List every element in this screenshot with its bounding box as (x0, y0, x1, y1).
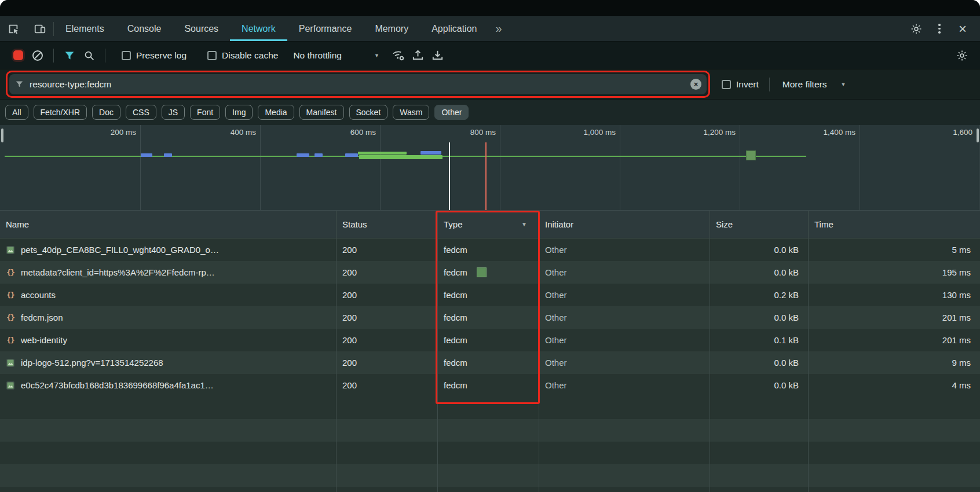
divider (769, 78, 770, 91)
search-icon[interactable] (79, 46, 99, 65)
preserve-log-checkbox[interactable] (122, 51, 131, 60)
chip-media[interactable]: Media (258, 105, 294, 120)
chip-socket[interactable]: Socket (349, 105, 388, 120)
tab-bar-right-controls: × (905, 16, 980, 41)
clear-filter-icon[interactable]: × (690, 79, 701, 90)
waterfall-bar (345, 153, 358, 157)
preserve-log-control[interactable]: Preserve log (122, 50, 187, 61)
column-header-time[interactable]: Time (808, 211, 980, 238)
tab-console[interactable]: Console (116, 16, 173, 41)
request-initiator: Other (539, 329, 710, 351)
request-type: fedcm (437, 351, 539, 374)
chip-css[interactable]: CSS (126, 105, 156, 120)
tab-sources[interactable]: Sources (173, 16, 230, 41)
more-filters-dropdown[interactable]: More filters ▼ (782, 79, 846, 90)
json-file-icon (5, 313, 16, 323)
table-row[interactable]: pets_40dp_CEA8BC_FILL0_wght400_GRAD0_o… … (0, 238, 980, 261)
table-row[interactable]: e0c52c473bfcdb168d3b183699668f96a4fa1ac1… (0, 374, 980, 396)
close-devtools-icon[interactable]: × (951, 16, 974, 41)
request-name-text: metadata?client_id=https%3A%2F%2Ffedcm-r… (21, 267, 215, 277)
kebab-menu-icon[interactable] (928, 16, 951, 41)
domcontentloaded-event-line (449, 142, 450, 211)
waterfall-bar (164, 153, 172, 157)
request-name-text: fedcm.json (21, 313, 63, 322)
chip-doc[interactable]: Doc (92, 105, 120, 120)
request-size: 0.0 kB (710, 351, 808, 374)
table-row[interactable]: accounts 200 fedcm Other 0.2 kB 130 ms (0, 284, 980, 306)
throttling-select[interactable]: No throttling ▼ (293, 50, 379, 61)
preserve-log-label: Preserve log (136, 50, 187, 61)
gridline (500, 125, 500, 211)
chip-js[interactable]: JS (162, 105, 185, 120)
gridline (620, 125, 620, 211)
image-file-icon (5, 358, 16, 368)
chip-all[interactable]: All (5, 105, 28, 120)
request-time: 201 ms (808, 306, 980, 329)
filter-toggle-icon[interactable] (60, 46, 79, 65)
device-toolbar-icon[interactable] (27, 16, 53, 41)
chip-font[interactable]: Font (190, 105, 220, 120)
clear-network-log-icon[interactable] (28, 46, 47, 65)
more-tabs-icon[interactable]: » (488, 16, 509, 41)
settings-gear-icon[interactable] (905, 16, 928, 41)
overview-left-grip[interactable] (1, 128, 3, 142)
tab-elements[interactable]: Elements (54, 16, 116, 41)
chip-wasm[interactable]: Wasm (393, 105, 429, 120)
tab-network[interactable]: Network (230, 16, 287, 41)
gridline (140, 125, 141, 211)
tick-label: 1,200 ms (703, 128, 740, 137)
request-type: fedcm (437, 284, 539, 306)
network-settings-gear-icon[interactable] (952, 46, 972, 65)
request-name-text: pets_40dp_CEA8BC_FILL0_wght400_GRAD0_o… (21, 245, 219, 255)
column-header-initiator[interactable]: Initiator (539, 211, 710, 238)
network-overview-timeline[interactable]: 200 ms 400 ms 600 ms 800 ms 1,000 ms 1,2… (0, 125, 980, 211)
invert-filter-control[interactable]: Invert (722, 79, 759, 90)
column-header-size[interactable]: Size (710, 211, 808, 238)
column-header-status[interactable]: Status (336, 211, 437, 238)
request-name: e0c52c473bfcdb168d3b183699668f96a4fa1ac1… (0, 374, 336, 396)
chip-other[interactable]: Other (434, 105, 469, 120)
request-status: 200 (336, 329, 437, 351)
tab-application[interactable]: Application (420, 16, 488, 41)
request-type: fedcm (437, 306, 539, 329)
request-time: 195 ms (808, 261, 980, 284)
network-conditions-icon[interactable] (389, 46, 408, 65)
tick-label: 1,000 ms (583, 128, 620, 137)
column-header-name[interactable]: Name (0, 211, 336, 238)
inspect-element-icon[interactable] (0, 16, 27, 41)
chip-manifest[interactable]: Manifest (299, 105, 344, 120)
request-name: idp-logo-512.png?v=1713514252268 (0, 351, 336, 374)
waterfall-marker (746, 150, 756, 160)
request-initiator: Other (539, 374, 710, 396)
gridline (860, 125, 860, 211)
record-network-log-button[interactable] (8, 46, 28, 65)
import-har-icon[interactable] (408, 46, 428, 65)
table-row[interactable]: fedcm.json 200 fedcm Other 0.0 kB 201 ms (0, 306, 980, 329)
overview-right-grip[interactable] (977, 128, 979, 142)
chip-fetch-xhr[interactable]: Fetch/XHR (34, 105, 87, 120)
request-time: 201 ms (808, 329, 980, 351)
tab-memory[interactable]: Memory (363, 16, 420, 41)
requests-table: Name Status Type ▼ Initiator Size Time p… (0, 211, 980, 492)
filter-input[interactable] (30, 79, 685, 90)
disable-cache-checkbox[interactable] (207, 51, 217, 60)
request-name-text: web-identity (21, 335, 67, 345)
throttling-value: No throttling (293, 50, 342, 61)
export-har-icon[interactable] (428, 46, 448, 65)
table-row[interactable]: web-identity 200 fedcm Other 0.1 kB 201 … (0, 329, 980, 351)
waterfall-bar (141, 153, 152, 157)
request-time: 130 ms (808, 284, 980, 306)
json-file-icon (5, 290, 16, 300)
table-row[interactable]: idp-logo-512.png?v=1713514252268 200 fed… (0, 351, 980, 374)
request-name-text: idp-logo-512.png?v=1713514252268 (21, 358, 163, 368)
chip-img[interactable]: Img (225, 105, 253, 120)
invert-checkbox[interactable] (722, 80, 731, 89)
column-header-type[interactable]: Type ▼ (437, 211, 539, 238)
tab-performance[interactable]: Performance (287, 16, 364, 41)
table-row[interactable]: metadata?client_id=https%3A%2F%2Ffedcm-r… (0, 261, 980, 284)
request-status: 200 (336, 306, 437, 329)
disable-cache-control[interactable]: Disable cache (207, 50, 278, 61)
request-initiator: Other (539, 284, 710, 306)
filter-annotation-box: × (6, 71, 710, 98)
filter-input-container[interactable]: × (9, 74, 707, 94)
